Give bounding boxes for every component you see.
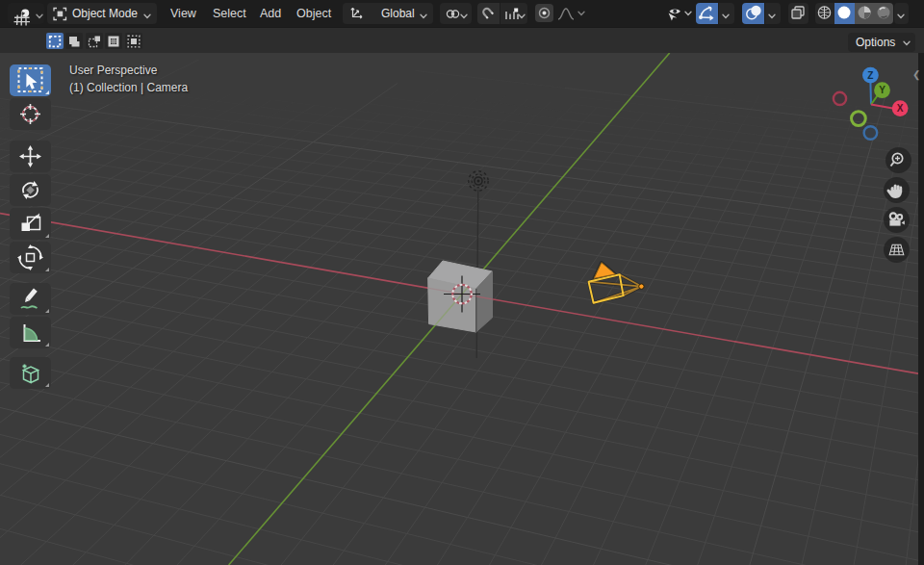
svg-text:Z: Z	[867, 70, 873, 81]
svg-text:Y: Y	[879, 85, 886, 95]
svg-text:X: X	[897, 103, 904, 114]
